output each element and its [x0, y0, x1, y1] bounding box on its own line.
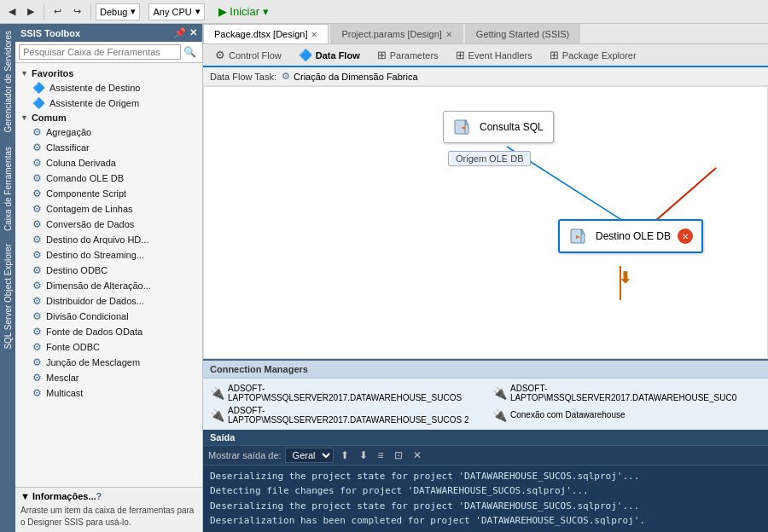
back-btn[interactable]: ◀: [3, 4, 20, 19]
toolbox-item-agregacao[interactable]: ⚙ Agregação: [15, 124, 202, 140]
consulta-sql-label: Consulta SQL: [480, 121, 544, 133]
tab-package-dtsx[interactable]: Package.dtsx [Design] ✕: [203, 24, 329, 43]
toolbox-group-favoritos[interactable]: ▼ Favoritos: [15, 66, 202, 80]
nav-tab-data-flow[interactable]: 🔷 Data Flow: [290, 44, 369, 67]
task-value: ⚙ Criação da Dimensão Fabrica: [282, 71, 418, 82]
separator-2: [90, 4, 91, 20]
toolbox-item-fonte-dados-odata[interactable]: ⚙ Fonte de Dados OData: [15, 324, 202, 339]
vtab-servers[interactable]: Gerenciador de Servidores: [2, 24, 15, 140]
toolbox-item-distribuidor-dados[interactable]: ⚙ Distribuidor de Dados...: [15, 293, 202, 309]
toolbox-info-header[interactable]: ▼ Informações... ?: [20, 491, 197, 501]
destino-ole-db-icon: [568, 226, 589, 246]
start-button[interactable]: ▶ Iniciar ▾: [213, 3, 274, 20]
toolbox-item-destino-streaming[interactable]: ⚙ Destino do Streaming...: [15, 247, 202, 263]
toolbox-item-componente-script[interactable]: ⚙ Componente Script: [15, 186, 202, 201]
toolbox-item-destino-arquivo-hd[interactable]: ⚙ Destino do Arquivo HD...: [15, 232, 202, 247]
coluna-derivada-label: Coluna Derivada: [46, 158, 116, 168]
output-line-4: Deserialization has been completed for p…: [210, 513, 761, 529]
conversao-dados-icon: ⚙: [32, 218, 42, 230]
toolbox-item-fonte-odbc[interactable]: ⚙ Fonte ODBC: [15, 339, 202, 355]
conn-label-4: Conexão com Datawarehouse: [510, 410, 625, 419]
connection-managers-header: Connection Managers: [203, 361, 768, 379]
cpu-dropdown[interactable]: Any CPU ▾: [148, 3, 204, 20]
dimensao-alteracao-icon: ⚙: [32, 280, 42, 292]
toolbox-group-comum[interactable]: ▼ Comum: [15, 111, 202, 124]
output-source-select[interactable]: Geral: [285, 448, 334, 463]
task-bar: Data Flow Task: ⚙ Criação da Dimensão Fa…: [203, 67, 768, 86]
conn-item-2[interactable]: 🔌 ADSOFT-LAPTOP\MSSQLSERVER2017.DATAWARE…: [486, 382, 768, 404]
debug-dropdown[interactable]: Debug ▾: [96, 3, 140, 20]
toolbox-item-juncao-mesclagem[interactable]: ⚙ Junção de Mesclagem: [15, 355, 202, 370]
toolbox-item-destino-odbc[interactable]: ⚙ Destino ODBC: [15, 263, 202, 278]
event-handlers-icon: ⊞: [456, 49, 465, 61]
multicast-icon: ⚙: [32, 387, 42, 399]
vtab-toolbox[interactable]: Caixa de Ferramentas: [2, 140, 15, 238]
connection-managers-title: Connection Managers: [210, 364, 308, 374]
toolbox-close-icon[interactable]: ✕: [189, 27, 197, 38]
conn-icon-3: 🔌: [210, 408, 224, 422]
tab-project-params-label: Project.params [Design]: [341, 29, 441, 39]
toolbox-item-assistente-origem[interactable]: 🔷 Assistente de Origem: [15, 95, 202, 111]
output-btn-3[interactable]: ≡: [375, 448, 387, 462]
fwd-btn[interactable]: ▶: [22, 4, 39, 19]
toolbox-item-multicast[interactable]: ⚙ Multicast: [15, 385, 202, 401]
debug-arrow: ▾: [131, 6, 136, 17]
nav-tab-parameters[interactable]: ⊞ Parameters: [369, 44, 447, 67]
nav-tab-event-handlers[interactable]: ⊞ Event Handlers: [447, 44, 541, 67]
assistente-origem-label: Assistente de Origem: [49, 98, 139, 108]
tab-bar: Package.dtsx [Design] ✕ Project.params […: [203, 24, 768, 44]
destino-ole-db-close[interactable]: ✕: [678, 228, 693, 244]
svg-rect-6: [581, 234, 585, 243]
origem-ole-db-badge[interactable]: Origem OLE DB: [448, 151, 531, 166]
toolbox-info-help-icon[interactable]: ?: [96, 491, 102, 501]
output-header: Saída: [203, 430, 768, 446]
conn-item-1[interactable]: 🔌 ADSOFT-LAPTOP\MSSQLSERVER2017.DATAWARE…: [203, 382, 486, 404]
fonte-dados-odata-label: Fonte de Dados OData: [46, 327, 143, 337]
toolbox-item-conversao-dados[interactable]: ⚙ Conversão de Dados: [15, 217, 202, 232]
task-name: Criação da Dimensão Fabrica: [294, 72, 418, 82]
data-flow-label: Data Flow: [316, 50, 360, 61]
destino-streaming-label: Destino do Streaming...: [46, 250, 144, 260]
output-btn-1[interactable]: ⬆: [337, 448, 352, 462]
redo-btn[interactable]: ↪: [68, 4, 86, 19]
main-layout: Gerenciador de Servidores Caixa de Ferra…: [0, 24, 768, 532]
output-btn-2[interactable]: ⬇: [356, 448, 371, 462]
distribuidor-dados-icon: ⚙: [32, 295, 42, 307]
comum-arrow: ▼: [20, 113, 28, 122]
toolbox-pin-icon[interactable]: 📌: [174, 27, 186, 38]
tab-getting-started[interactable]: Getting Started (SSIS): [465, 24, 580, 43]
undo-btn[interactable]: ↩: [49, 4, 67, 19]
toolbox-item-comando-ole-db[interactable]: ⚙ Comando OLE DB: [15, 171, 202, 186]
search-magnifier-icon[interactable]: 🔍: [181, 46, 199, 58]
conn-item-4[interactable]: 🔌 Conexão com Datawarehouse: [486, 404, 768, 426]
toolbox-item-mesclar[interactable]: ⚙ Mesclar: [15, 370, 202, 385]
nav-tab-package-explorer[interactable]: ⊞ Package Explorer: [541, 44, 645, 67]
destino-ole-db-component[interactable]: Destino OLE DB ✕: [558, 219, 703, 253]
output-line-3: Deserializing the project state for proj…: [210, 499, 761, 514]
toolbox-item-assistente-destino[interactable]: 🔷 Assistente de Destino: [15, 80, 202, 95]
consulta-sql-component[interactable]: Consulta SQL: [443, 111, 554, 143]
juncao-mesclagem-icon: ⚙: [32, 356, 42, 368]
toolbox-item-divisao-condicional[interactable]: ⚙ Divisão Condicional: [15, 309, 202, 324]
assistente-destino-label: Assistente de Destino: [49, 83, 140, 93]
destino-arquivo-hd-label: Destino do Arquivo HD...: [46, 234, 148, 245]
conn-item-3[interactable]: 🔌 ADSOFT-LAPTOP\MSSQLSERVER2017.DATAWARE…: [203, 404, 486, 426]
toolbox-item-classificar[interactable]: ⚙ Classificar: [15, 140, 202, 155]
output-line-1: Deserializing the project state for proj…: [210, 469, 761, 484]
tab-package-dtsx-close[interactable]: ✕: [311, 30, 317, 39]
show-output-label: Mostrar saída de:: [208, 450, 282, 460]
toolbox-title: SSIS Toolbox: [20, 28, 80, 38]
toolbox-item-coluna-derivada[interactable]: ⚙ Coluna Derivada: [15, 155, 202, 171]
tab-project-params-close[interactable]: ✕: [445, 30, 452, 39]
down-arrow-indicator: ⬇: [619, 269, 631, 287]
toolbox-search-input[interactable]: [19, 44, 181, 60]
vtab-sql-explorer[interactable]: SQL Server Object Explorer: [2, 237, 15, 356]
connection-managers-panel: Connection Managers 🔌 ADSOFT-LAPTOP\MSSQ…: [203, 359, 768, 430]
toolbox-item-contagem-linhas[interactable]: ⚙ Contagem de Linhas: [15, 201, 202, 217]
output-btn-5[interactable]: ✕: [410, 448, 425, 462]
output-btn-4[interactable]: ⊡: [391, 448, 406, 462]
tab-project-params[interactable]: Project.params [Design] ✕: [330, 24, 463, 43]
nav-tab-control-flow[interactable]: ⚙ Control Flow: [207, 44, 290, 67]
toolbox-item-dimensao-alteracao[interactable]: ⚙ Dimensão de Alteração...: [15, 278, 202, 293]
design-canvas[interactable]: Consulta SQL Origem OLE DB Destino OLE D…: [203, 86, 768, 359]
